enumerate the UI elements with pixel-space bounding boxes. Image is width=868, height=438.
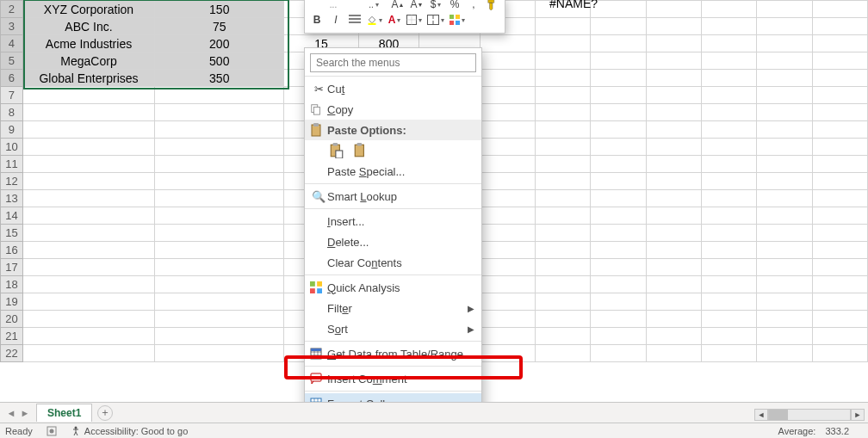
cell[interactable] — [757, 190, 812, 207]
cell[interactable] — [646, 173, 701, 190]
cell[interactable] — [535, 242, 590, 259]
cell[interactable] — [155, 328, 284, 345]
cell[interactable] — [480, 87, 535, 104]
menu-smart-lookup[interactable]: 🔍 Smart Lookup — [305, 186, 481, 207]
cell[interactable] — [480, 225, 535, 242]
cell[interactable] — [591, 121, 646, 139]
cell[interactable] — [812, 18, 867, 35]
cell[interactable] — [535, 104, 590, 121]
cell[interactable] — [701, 293, 756, 311]
cell[interactable] — [701, 242, 756, 259]
cell[interactable] — [701, 87, 756, 104]
cell[interactable] — [812, 311, 867, 328]
cell[interactable] — [480, 121, 535, 139]
cell[interactable] — [591, 311, 646, 328]
row-header[interactable]: 11 — [1, 156, 23, 173]
cell[interactable] — [480, 173, 535, 190]
fill-color-icon[interactable] — [367, 12, 382, 28]
menu-filter[interactable]: Filter ▶ — [305, 298, 481, 318]
cell[interactable] — [812, 121, 867, 139]
cell[interactable] — [757, 328, 812, 345]
cell[interactable] — [646, 35, 701, 52]
borders-icon[interactable] — [406, 12, 422, 28]
cell[interactable] — [591, 35, 646, 52]
cell[interactable] — [812, 104, 867, 121]
cell[interactable] — [812, 35, 867, 52]
cell[interactable] — [646, 311, 701, 328]
font-size-dropdown[interactable]: .. — [362, 0, 386, 12]
cell[interactable] — [646, 293, 701, 311]
cell[interactable] — [22, 104, 154, 121]
cell[interactable] — [646, 87, 701, 104]
cell[interactable] — [701, 52, 756, 70]
cell[interactable] — [155, 87, 284, 104]
cell[interactable] — [591, 276, 646, 293]
cell[interactable] — [757, 311, 812, 328]
cell[interactable] — [591, 242, 646, 259]
cell[interactable] — [22, 139, 154, 156]
cell[interactable] — [646, 345, 701, 362]
cell[interactable] — [812, 139, 867, 156]
cell[interactable]: ABC Inc. — [22, 18, 154, 35]
cell[interactable] — [480, 259, 535, 276]
cell[interactable] — [701, 225, 756, 242]
cell[interactable] — [757, 242, 812, 259]
increase-font-icon[interactable]: A▲ — [391, 0, 405, 12]
cell[interactable]: 500 — [155, 52, 284, 70]
cell[interactable] — [701, 207, 756, 225]
cell[interactable] — [646, 139, 701, 156]
menu-clear-contents[interactable]: Clear Contents — [305, 252, 481, 273]
cell[interactable] — [480, 242, 535, 259]
font-name-dropdown[interactable]: ... — [310, 0, 356, 12]
status-accessibility[interactable]: Accessibility: Good to go — [71, 426, 188, 436]
cell[interactable]: 75 — [155, 18, 284, 35]
cell[interactable] — [591, 1, 646, 18]
menu-cut[interactable]: ✂ Cut — [305, 78, 481, 99]
cell[interactable] — [535, 293, 590, 311]
sheet-tab-sheet1[interactable]: Sheet1 — [36, 404, 92, 422]
menu-search-box[interactable] — [310, 53, 476, 72]
cell[interactable] — [591, 345, 646, 362]
cell[interactable]: MegaCorp — [22, 52, 154, 70]
cell[interactable] — [155, 259, 284, 276]
cell[interactable] — [155, 293, 284, 311]
cell[interactable] — [701, 311, 756, 328]
cell[interactable] — [646, 18, 701, 35]
row-header[interactable]: 22 — [1, 345, 23, 362]
row-header[interactable]: 19 — [1, 293, 23, 311]
cell[interactable] — [22, 345, 154, 362]
status-macro-icon[interactable] — [46, 426, 57, 436]
cell[interactable] — [22, 311, 154, 328]
row-header[interactable]: 8 — [1, 104, 23, 121]
cell[interactable] — [535, 87, 590, 104]
cell[interactable] — [701, 173, 756, 190]
cell[interactable] — [646, 70, 701, 87]
row-header[interactable]: 4 — [1, 35, 23, 52]
row-header[interactable]: 14 — [1, 207, 23, 225]
italic-button[interactable]: I — [329, 12, 343, 28]
cell[interactable] — [812, 328, 867, 345]
menu-delete[interactable]: Delete... — [305, 231, 481, 252]
cell[interactable] — [757, 293, 812, 311]
menu-copy[interactable]: Copy — [305, 99, 481, 120]
cell[interactable] — [535, 345, 590, 362]
cell[interactable] — [812, 259, 867, 276]
cell[interactable] — [535, 18, 590, 35]
scroll-left-icon[interactable]: ◄ — [754, 409, 768, 421]
cell[interactable] — [757, 70, 812, 87]
cell[interactable] — [535, 52, 590, 70]
cell[interactable] — [646, 276, 701, 293]
comma-format-icon[interactable]: , — [467, 0, 480, 12]
cell[interactable] — [646, 328, 701, 345]
cell[interactable] — [22, 293, 154, 311]
cell[interactable] — [22, 207, 154, 225]
cell[interactable] — [591, 139, 646, 156]
cell[interactable] — [757, 345, 812, 362]
cell[interactable] — [812, 293, 867, 311]
cell[interactable] — [22, 242, 154, 259]
cell[interactable] — [535, 311, 590, 328]
cell[interactable] — [812, 173, 867, 190]
cell[interactable] — [22, 121, 154, 139]
cell[interactable]: XYZ Corporation — [22, 1, 154, 18]
cell[interactable] — [591, 173, 646, 190]
